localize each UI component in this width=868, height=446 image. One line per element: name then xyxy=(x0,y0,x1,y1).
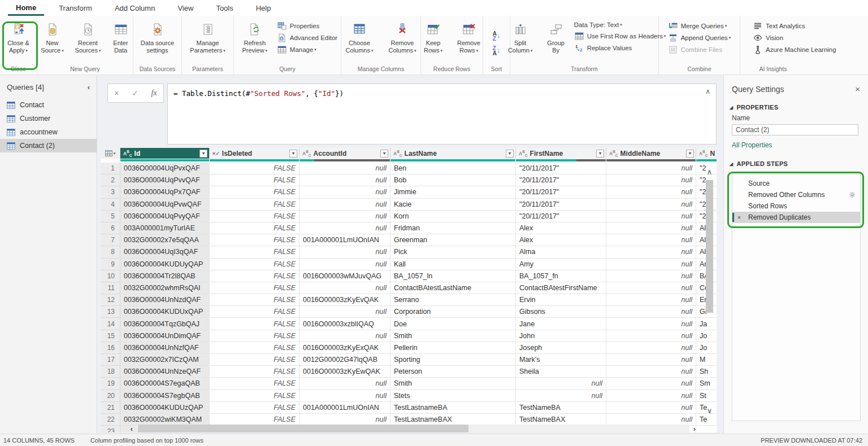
cell[interactable]: Greenman xyxy=(390,234,516,246)
cell[interactable]: FALSE xyxy=(210,222,300,234)
cell[interactable]: FALSE xyxy=(210,294,300,306)
cell[interactable]: Sporting xyxy=(390,354,516,366)
cell[interactable]: null xyxy=(606,294,696,306)
cell[interactable]: Ben xyxy=(390,163,516,174)
close-apply-button[interactable]: Close & Apply▾ xyxy=(2,20,36,55)
cell[interactable]: 0036O00004UnNzfQAF xyxy=(120,342,210,354)
cell[interactable]: Bob xyxy=(390,174,516,186)
cell[interactable]: null xyxy=(606,318,696,330)
cell[interactable]: null xyxy=(300,186,390,198)
cell[interactable]: 0036O00004KUDUzQAP xyxy=(120,402,210,414)
formula-bar[interactable]: = Table.Distinct(#"Sorted Rows", {"Id"})… xyxy=(167,84,717,145)
delete-step-icon[interactable]: × xyxy=(737,215,741,221)
cell[interactable]: FALSE xyxy=(210,354,300,366)
applied-step-removed-duplicates[interactable]: ×Removed Duplicates xyxy=(732,212,860,223)
all-properties-link[interactable]: All Properties xyxy=(724,135,868,152)
cell[interactable]: 0016O00003zKyExQAK xyxy=(300,342,390,354)
tab-add-column[interactable]: Add Column xyxy=(107,1,163,15)
azure-ml-button[interactable]: Azure Machine Learning xyxy=(753,45,836,54)
cell[interactable]: FALSE xyxy=(210,246,300,258)
properties-button[interactable]: Properties xyxy=(277,21,337,30)
enter-data-button[interactable]: Enter Data xyxy=(107,20,134,55)
sort-descending-button[interactable]: ZA↓ xyxy=(493,46,501,56)
cell[interactable]: Gibsons xyxy=(516,306,606,318)
cell[interactable]: Pellerin xyxy=(390,342,516,354)
cell[interactable]: 0016O00003zKyEvQAK xyxy=(300,294,390,306)
cell[interactable]: Doe xyxy=(390,318,516,330)
sidebar-item-contact-2-[interactable]: Contact (2) xyxy=(0,139,97,152)
cell[interactable]: Peterson xyxy=(390,366,516,378)
cell[interactable]: null xyxy=(606,378,696,390)
cell[interactable]: TestNameBA xyxy=(516,402,606,414)
cell[interactable]: John xyxy=(516,330,606,342)
column-header-lastname[interactable]: ABCLastName▾ xyxy=(390,148,516,159)
cell[interactable]: Fridman xyxy=(390,222,516,234)
cell[interactable]: FALSE xyxy=(210,259,300,270)
cell[interactable]: null xyxy=(606,270,696,282)
cell[interactable]: Alex xyxy=(516,222,606,234)
cell[interactable]: FALSE xyxy=(210,163,300,174)
horizontal-scroll-thumb[interactable] xyxy=(138,425,468,432)
cell[interactable]: FALSE xyxy=(210,211,300,222)
cell[interactable]: 0012G00002G47lqQAB xyxy=(300,354,390,366)
cell[interactable]: 0032G00002x7e5qQAA xyxy=(120,234,210,246)
vertical-scroll-thumb[interactable] xyxy=(706,180,713,313)
tab-view[interactable]: View xyxy=(170,1,201,15)
remove-rows-button[interactable]: Remove Rows▾ xyxy=(453,20,485,55)
split-column-button[interactable]: Split Column▾ xyxy=(503,20,538,55)
manage-parameters-button[interactable]: Manage Parameters▾ xyxy=(185,20,231,55)
choose-columns-button[interactable]: Choose Columns▾ xyxy=(341,20,378,55)
cell[interactable]: 0036O00004UqPvvQAF xyxy=(120,174,210,186)
cell[interactable]: Corporation xyxy=(390,306,516,318)
cell[interactable]: Stets xyxy=(390,390,516,402)
cell[interactable]: FALSE xyxy=(210,282,300,294)
cell[interactable]: FALSE xyxy=(210,306,300,318)
refresh-preview-button[interactable]: Refresh Preview▾ xyxy=(237,20,272,55)
cell[interactable]: 0036O00004UqPvxQAF xyxy=(120,163,210,174)
filter-dropdown-icon[interactable]: ▾ xyxy=(596,150,604,158)
data-source-settings-button[interactable]: Data source settings xyxy=(135,20,180,55)
remove-columns-button[interactable]: Remove Columns▾ xyxy=(384,20,421,55)
manage-button[interactable]: Manage▾ xyxy=(277,45,337,54)
cell[interactable]: Kacie xyxy=(390,199,516,211)
cell[interactable]: ContactBAtestFirstName xyxy=(516,282,606,294)
horizontal-scroll-track[interactable] xyxy=(137,425,689,432)
collapse-pane-icon[interactable]: ‹ xyxy=(88,83,90,91)
cell[interactable]: BA_1057_fn xyxy=(516,270,606,282)
cell[interactable]: FALSE xyxy=(210,402,300,414)
cell[interactable]: Korn xyxy=(390,211,516,222)
column-header-middlename[interactable]: ABCMiddleName▾ xyxy=(606,148,696,159)
cell[interactable]: null xyxy=(606,174,696,186)
step-settings-gear-icon[interactable] xyxy=(849,191,856,198)
cell[interactable]: 0036O00004Tr2l8QAB xyxy=(120,270,210,282)
cell[interactable]: Ervin xyxy=(516,294,606,306)
cell[interactable]: "20/11/2017" xyxy=(516,186,606,198)
cell[interactable]: null xyxy=(300,222,390,234)
cancel-formula-icon[interactable]: × xyxy=(114,89,119,98)
cell[interactable]: Alex xyxy=(516,234,606,246)
cell[interactable]: null xyxy=(606,186,696,198)
cell[interactable]: Joseph xyxy=(516,342,606,354)
cell[interactable]: null xyxy=(606,234,696,246)
cell[interactable]: 0032G00002whmRsQAI xyxy=(120,282,210,294)
fx-icon[interactable]: fx xyxy=(151,89,157,98)
tab-tools[interactable]: Tools xyxy=(208,1,241,15)
cell[interactable]: 0036O00004S7egbQAB xyxy=(120,390,210,402)
scroll-left-icon[interactable]: ‹ xyxy=(127,425,137,433)
cell[interactable]: null xyxy=(606,342,696,354)
cell[interactable]: null xyxy=(300,378,390,390)
commit-formula-icon[interactable]: ✓ xyxy=(132,89,138,98)
cell[interactable]: Jimmie xyxy=(390,186,516,198)
scroll-right-icon[interactable]: › xyxy=(689,425,700,433)
filter-dropdown-icon[interactable]: ▾ xyxy=(199,150,207,158)
cell[interactable]: null xyxy=(606,222,696,234)
cell[interactable]: 0036O00004UqPx7QAF xyxy=(120,186,210,198)
applied-step-source[interactable]: Source xyxy=(732,178,860,189)
cell[interactable]: null xyxy=(606,366,696,378)
cell[interactable]: Pick xyxy=(390,246,516,258)
cell[interactable]: null xyxy=(606,354,696,366)
section-expand-icon[interactable]: ◢ xyxy=(730,105,733,110)
group-by-button[interactable]: Group By xyxy=(541,20,571,55)
cell[interactable]: FALSE xyxy=(210,342,300,354)
new-source-button[interactable]: New Source▾ xyxy=(36,20,69,55)
